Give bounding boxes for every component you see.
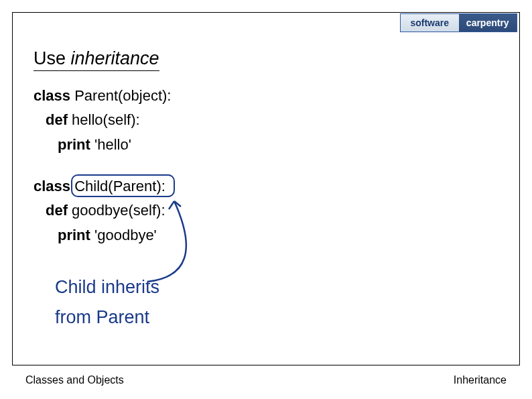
code-line: def goodbye(self): bbox=[34, 198, 165, 223]
heading-prefix: Use bbox=[34, 48, 71, 68]
code-line: class Parent(object): bbox=[34, 84, 171, 108]
code-line: def hello(self): bbox=[34, 108, 171, 132]
keyword-print: print bbox=[58, 136, 90, 153]
code-text: hello(self): bbox=[68, 111, 140, 128]
slide-heading: Use inheritance bbox=[34, 48, 159, 71]
keyword-class: class bbox=[34, 87, 70, 104]
footer-right: Inheritance bbox=[454, 374, 507, 386]
caption-line-1: Child inherits bbox=[55, 277, 159, 298]
code-line: print 'goodbye' bbox=[34, 223, 165, 247]
highlight-box bbox=[71, 174, 175, 197]
code-text: Parent(object): bbox=[70, 87, 171, 104]
keyword-def: def bbox=[46, 202, 68, 219]
code-text: goodbye(self): bbox=[68, 202, 165, 219]
footer-left: Classes and Objects bbox=[25, 374, 124, 386]
keyword-class: class bbox=[34, 178, 70, 194]
caption-line-2: from Parent bbox=[55, 307, 149, 328]
keyword-print: print bbox=[58, 227, 90, 243]
code-text: 'goodbye' bbox=[90, 227, 157, 243]
code-line: print 'hello' bbox=[34, 133, 171, 157]
code-text: 'hello' bbox=[90, 136, 131, 153]
logo-right-text: carpentry bbox=[459, 14, 517, 32]
heading-italic: inheritance bbox=[71, 48, 159, 68]
logo-left-text: software bbox=[401, 14, 459, 32]
logo: software carpentry bbox=[400, 13, 517, 32]
code-block-parent: class Parent(object): def hello(self): p… bbox=[34, 84, 171, 157]
keyword-def: def bbox=[46, 111, 68, 128]
